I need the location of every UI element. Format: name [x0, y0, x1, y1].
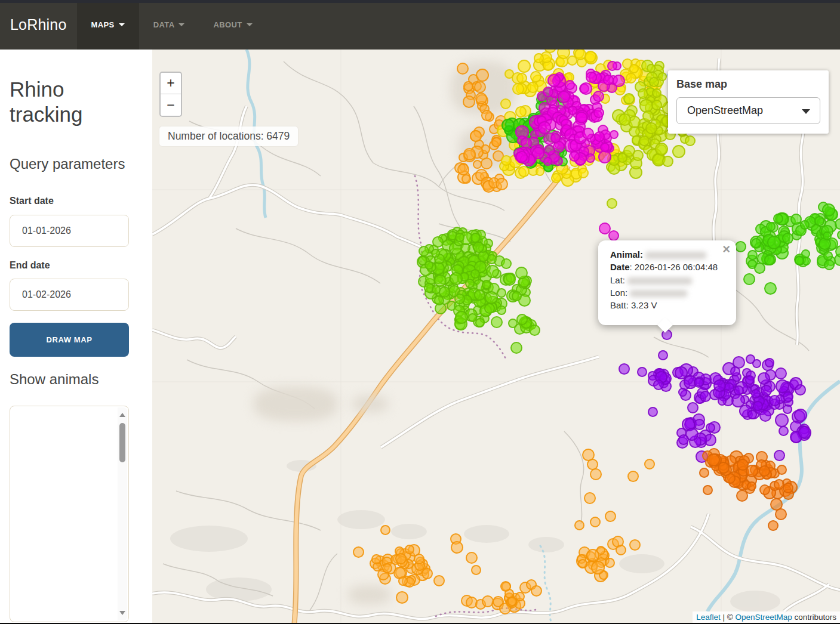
location-dot-center-green[interactable]: [508, 319, 518, 328]
location-dot-purple[interactable]: [794, 409, 807, 422]
brand-logo[interactable]: LoRhino: [0, 0, 77, 50]
location-dot-orange-red[interactable]: [768, 520, 779, 531]
location-dot-right-green[interactable]: [735, 241, 746, 252]
location-dot-center-green[interactable]: [484, 303, 495, 314]
location-dot-yellow[interactable]: [512, 83, 524, 95]
location-dot-center-green[interactable]: [497, 305, 506, 315]
location-dot-magenta[interactable]: [576, 112, 587, 123]
location-dot-orange-red[interactable]: [699, 468, 709, 478]
location-dot-purple[interactable]: [653, 379, 664, 390]
location-dot-purple[interactable]: [648, 407, 658, 417]
location-dot-amber-bottom[interactable]: [405, 545, 414, 554]
location-dot-right-green[interactable]: [767, 236, 781, 249]
location-dot-amber-bottom[interactable]: [466, 552, 478, 564]
nav-item-data[interactable]: DATA: [139, 0, 199, 50]
scroll-down-icon[interactable]: [119, 611, 125, 615]
location-dot-center-green[interactable]: [510, 342, 522, 354]
nav-item-about[interactable]: ABOUT: [199, 0, 266, 50]
location-dot-purple[interactable]: [751, 389, 761, 399]
location-dot-yellow-green[interactable]: [623, 93, 635, 104]
location-dot-center-green[interactable]: [501, 258, 512, 269]
location-dot-purple[interactable]: [734, 385, 744, 396]
location-dot-amber-bottom[interactable]: [644, 459, 655, 469]
leaflet-link[interactable]: Leaflet: [696, 613, 721, 622]
osm-link[interactable]: OpenStreetMap: [735, 613, 792, 622]
location-dot-yellow[interactable]: [516, 73, 527, 84]
location-dot-purple[interactable]: [700, 391, 711, 402]
location-dot-magenta[interactable]: [603, 75, 614, 85]
location-dot-yellow[interactable]: [626, 73, 636, 84]
nav-item-maps[interactable]: MAPS: [77, 0, 139, 50]
location-dot-yellow[interactable]: [527, 82, 539, 93]
location-dot-purple[interactable]: [619, 363, 630, 375]
location-dot-amber-bottom[interactable]: [629, 539, 641, 551]
location-dot-right-green[interactable]: [782, 233, 793, 244]
location-dot-magenta[interactable]: [565, 80, 575, 90]
location-dot-right-green[interactable]: [824, 260, 835, 270]
location-dot-center-green[interactable]: [491, 316, 503, 328]
location-dot-right-green[interactable]: [766, 222, 776, 231]
location-dot-amber-bottom[interactable]: [396, 591, 408, 604]
location-dot-amber-top-left[interactable]: [496, 178, 508, 190]
location-dot-purple[interactable]: [795, 384, 806, 396]
location-dot-center-green[interactable]: [468, 313, 477, 322]
location-dot-center-green[interactable]: [497, 288, 506, 298]
location-dot-right-green[interactable]: [822, 203, 835, 217]
location-dot-amber-bottom[interactable]: [574, 520, 584, 530]
location-dot-right-green[interactable]: [837, 230, 840, 240]
location-dot-yellow-green[interactable]: [632, 150, 644, 161]
location-dot-center-green[interactable]: [434, 274, 447, 287]
location-dot-right-green[interactable]: [743, 273, 755, 285]
animals-listbox[interactable]: [10, 406, 129, 622]
location-dot-yellow-green[interactable]: [619, 113, 631, 126]
location-dot-amber-bottom[interactable]: [616, 545, 626, 555]
location-dot-right-green[interactable]: [754, 262, 765, 274]
location-dot-purple[interactable]: [718, 397, 727, 406]
location-dot-purple[interactable]: [687, 402, 699, 413]
location-dot-purple[interactable]: [706, 423, 715, 433]
location-dot-center-green[interactable]: [470, 233, 481, 243]
location-dot-amber-top-left[interactable]: [473, 160, 482, 169]
location-dot-purple[interactable]: [713, 379, 726, 392]
location-dot-yellow-green[interactable]: [647, 64, 656, 73]
location-dot-amber-top-left[interactable]: [463, 148, 476, 160]
location-dot-magenta[interactable]: [543, 87, 553, 97]
location-dot-magenta[interactable]: [543, 157, 552, 166]
location-dot-purple[interactable]: [779, 426, 789, 436]
location-dot-center-green[interactable]: [473, 242, 484, 253]
location-dot-amber-bottom[interactable]: [451, 541, 463, 554]
location-dot-yellow-green[interactable]: [685, 135, 696, 146]
location-dot-purple[interactable]: [783, 404, 792, 414]
location-dot-amber-bottom[interactable]: [433, 575, 445, 586]
location-dot-right-green[interactable]: [747, 250, 758, 260]
scroll-up-icon[interactable]: [119, 413, 125, 417]
location-dot-center-green[interactable]: [432, 236, 444, 248]
location-dot-purple[interactable]: [774, 450, 785, 461]
location-dot-right-green[interactable]: [800, 220, 810, 230]
location-dot-magenta[interactable]: [532, 147, 544, 159]
location-dot-amber-bottom[interactable]: [471, 565, 481, 575]
location-dot-magenta[interactable]: [516, 151, 528, 163]
location-dot-orange-red[interactable]: [703, 485, 713, 495]
location-dot-yellow[interactable]: [567, 55, 577, 66]
location-dot-amber-bottom[interactable]: [605, 511, 616, 522]
location-dot-magenta[interactable]: [586, 153, 595, 163]
location-dot-orange-red[interactable]: [783, 483, 793, 493]
location-dot-amber-bottom[interactable]: [421, 568, 433, 579]
location-dot-yellow[interactable]: [578, 168, 589, 178]
location-dot-purple[interactable]: [746, 354, 755, 364]
location-dot-amber-bottom[interactable]: [414, 554, 424, 564]
location-dot-amber-bottom[interactable]: [586, 549, 599, 562]
location-dot-right-green[interactable]: [764, 282, 777, 295]
location-dot-amber-bottom[interactable]: [590, 468, 602, 480]
leaflet-map[interactable]: + − Number of locations: 6479 Base map O…: [152, 50, 840, 624]
location-dot-right-green[interactable]: [773, 214, 783, 224]
zoom-in-button[interactable]: +: [161, 73, 181, 94]
location-dot-yellow-green[interactable]: [662, 156, 673, 167]
location-dot-orange-red[interactable]: [746, 465, 758, 477]
location-dot-purple[interactable]: [637, 367, 647, 377]
location-dot-purple[interactable]: [658, 350, 668, 360]
location-dot-orange-red[interactable]: [759, 465, 770, 477]
location-dot-green-top[interactable]: [501, 119, 515, 132]
location-dot-yellow-green[interactable]: [658, 72, 667, 81]
